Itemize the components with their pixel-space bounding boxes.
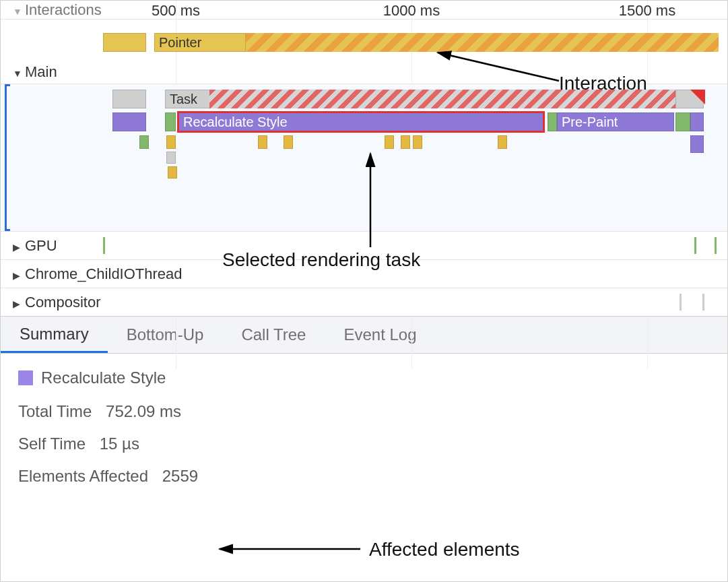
chevron-right-icon[interactable] [13,294,21,311]
recalculate-style-label: Recalculate Style [183,115,288,130]
elements-affected-value: 2559 [162,467,198,486]
tab-call-tree[interactable]: Call Tree [222,317,325,353]
chevron-right-icon[interactable] [13,237,21,255]
tab-event-log[interactable]: Event Log [325,317,435,353]
timeline-ruler: Interactions 500 ms 1000 ms 1500 ms [1,1,727,20]
total-time-label: Total Time [18,402,92,421]
selection-bracket [5,84,10,231]
elements-affected-label: Elements Affected [18,467,148,486]
recalculate-style-bar[interactable]: Recalculate Style [177,111,545,133]
gpu-tick [694,237,696,254]
flame-task-long[interactable] [209,90,675,108]
ruler-tick-500: 500 ms [152,2,200,20]
compositor-tick [702,294,704,311]
main-thread-track: Task Recalculate Style Pre-Paint [1,84,727,231]
gpu-tick [103,237,105,254]
chevron-down-icon[interactable] [13,1,21,19]
flame-sub[interactable] [413,135,422,149]
flame-sub[interactable] [258,135,267,149]
ruler-tick-1500: 1500 ms [619,2,675,20]
interactions-section-label: Interactions [25,1,102,19]
ruler-tick-1000: 1000 ms [383,2,440,20]
pointer-interaction-bar[interactable]: Pointer [154,33,246,52]
self-time-label: Self Time [18,434,86,453]
task-label: Task [170,92,197,107]
pre-paint-bar[interactable]: Pre-Paint [557,112,674,131]
long-task-warning-icon [690,90,705,104]
interaction-track: Pointer [1,20,727,45]
flame-sub[interactable] [139,135,149,149]
chevron-right-icon[interactable] [13,265,21,283]
flame-sub[interactable] [166,135,176,149]
flame-green-mid[interactable] [548,112,557,131]
flame-purple-end[interactable] [690,112,704,131]
rendering-color-swatch [18,370,33,385]
flame-sub[interactable] [498,135,507,149]
childio-label: Chrome_ChildIOThread [25,265,183,283]
tab-bottom-up[interactable]: Bottom-Up [108,317,223,353]
gpu-tick [715,237,717,254]
gpu-label: GPU [25,237,57,255]
flame-sub[interactable] [168,166,177,179]
flame-sub[interactable] [166,152,176,164]
gpu-track-header[interactable]: GPU [1,231,727,259]
summary-title: Recalculate Style [41,368,166,387]
flame-green-end[interactable] [675,112,690,131]
interaction-segment[interactable] [103,33,146,52]
flame-green-small[interactable] [165,112,176,131]
tab-summary[interactable]: Summary [1,317,108,353]
self-time-value: 15 µs [100,434,139,453]
flame-sub[interactable] [385,135,394,149]
childio-track-header[interactable]: Chrome_ChildIOThread [1,259,727,288]
compositor-label: Compositor [25,294,100,311]
interaction-long-segment[interactable] [246,33,719,52]
pointer-label: Pointer [159,35,201,51]
chevron-down-icon[interactable] [13,63,21,81]
flame-purple-pre[interactable] [112,112,146,131]
details-tabs: Summary Bottom-Up Call Tree Event Log [1,316,727,354]
total-time-value: 752.09 ms [106,402,181,421]
flame-task-block[interactable] [112,90,146,108]
compositor-track-header[interactable]: Compositor [1,288,727,316]
main-section-label: Main [25,63,57,81]
flame-sub[interactable] [284,135,293,149]
pre-paint-label: Pre-Paint [562,115,618,130]
summary-panel: Recalculate Style Total Time 752.09 ms S… [1,354,727,514]
flame-sub[interactable] [401,135,410,149]
main-thread-header[interactable]: Main [1,60,727,84]
compositor-tick [680,294,682,311]
flame-sub[interactable] [690,135,704,153]
